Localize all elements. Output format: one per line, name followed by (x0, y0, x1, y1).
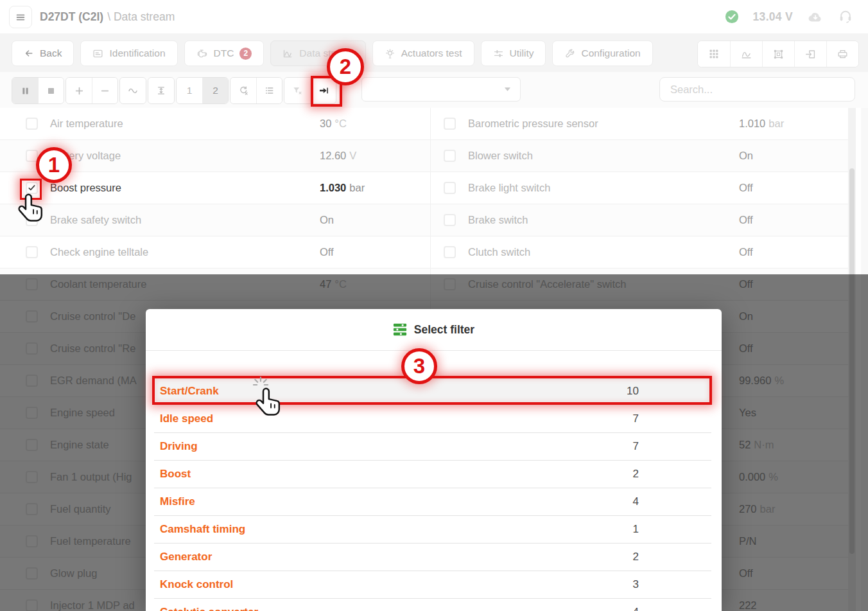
view-graph-button[interactable] (730, 41, 762, 67)
view-buttons-group (697, 40, 859, 67)
parameter-value-group: Off (739, 214, 753, 226)
zoom-in-button[interactable] (66, 78, 92, 103)
list-view-button[interactable] (256, 78, 282, 103)
row-checkbox[interactable] (444, 182, 456, 194)
parameter-value-group: 1.030bar (320, 182, 365, 194)
filter-option-count: 1 (633, 523, 639, 536)
row-checkbox[interactable] (26, 118, 38, 130)
stop-button[interactable] (38, 78, 64, 103)
filter-reset-button[interactable] (284, 78, 310, 103)
filter-option-label: Knock control (160, 578, 233, 591)
parameter-label: Clutch switch (468, 246, 739, 258)
filter-option-row[interactable]: Driving7 (154, 433, 711, 461)
hand-cursor-icon (256, 386, 284, 427)
filter-option-count: 7 (633, 412, 639, 425)
annotation-step-3: 3 (401, 348, 437, 384)
filter-clear-icon (292, 85, 302, 96)
parameter-label: Brake switch (468, 214, 739, 226)
row-checkbox[interactable] (26, 246, 38, 258)
parameter-row[interactable]: Air temperature30°C (0, 108, 430, 140)
filter-option-label: Boost (160, 468, 191, 481)
tab-label: Actuators test (401, 48, 462, 59)
filter-option-row[interactable]: Misfire4 (154, 488, 711, 516)
filter-option-label: Generator (160, 551, 212, 563)
text-height-button[interactable] (148, 78, 174, 103)
filter-list-icon (393, 323, 407, 337)
row-checkbox[interactable] (444, 214, 456, 226)
filter-option-row[interactable]: Camshaft timing1 (154, 516, 711, 544)
filter-option-label: Idle speed (160, 412, 213, 425)
breadcrumb-device: D27DT (C2I) (40, 10, 103, 24)
row-checkbox[interactable] (444, 118, 456, 130)
menu-button[interactable] (9, 6, 32, 28)
export-button[interactable] (794, 41, 826, 67)
parameter-value: Off (320, 246, 334, 258)
filter-option-row[interactable]: Generator2 (154, 544, 711, 571)
clear-refresh-button[interactable] (230, 78, 256, 103)
tab-dtc[interactable]: DTC2 (184, 40, 265, 66)
select-filter-modal: Select filter Start/Crank10Idle speed7Dr… (146, 309, 722, 611)
layout-1-button[interactable]: 1 (177, 78, 202, 103)
parameter-row[interactable]: Brake safety switchOn (0, 204, 430, 236)
select-area-button[interactable] (762, 41, 794, 67)
parameter-value: 1.010 (739, 118, 765, 129)
filter-option-row[interactable]: Catalytic converter4 (154, 599, 711, 611)
tab-configuration[interactable]: Configuration (552, 40, 652, 66)
plus-icon (74, 86, 84, 96)
parameter-row[interactable]: Brake switchOff (431, 204, 848, 236)
parameter-value-group: 30°C (320, 118, 347, 130)
print-button[interactable] (826, 41, 858, 67)
parameter-label: Blower switch (468, 150, 739, 162)
top-bar: D27DT (C2I) \ Data stream 13.04 V (0, 0, 868, 33)
tab-utility[interactable]: Utility (481, 40, 546, 66)
grid-icon (709, 49, 719, 59)
parameter-unit: bar (768, 118, 784, 129)
row-checkbox[interactable] (444, 246, 456, 258)
parameter-label: Boost pressure (50, 182, 320, 194)
nav-row: BackIdentificationDTC2Data streamActuato… (0, 33, 868, 72)
zoom-out-button[interactable] (92, 78, 117, 103)
toolbar-button-groups: 12 (12, 77, 336, 104)
parameter-row[interactable]: Brake light switchOff (431, 172, 848, 204)
filter-option-row[interactable]: Boost2 (154, 461, 711, 488)
layout-2-button[interactable]: 2 (202, 78, 228, 103)
dtc-count-badge: 2 (239, 48, 252, 60)
parameter-label: Air temperature (50, 118, 320, 130)
parameter-value-group: Off (739, 246, 753, 258)
parameter-value-group: 1.010bar (739, 118, 784, 130)
filter-option-row[interactable]: Knock control3 (154, 571, 711, 599)
parameter-row[interactable]: Check engine telltaleOff (0, 236, 430, 269)
list-icon (265, 85, 275, 96)
parameter-value: On (320, 214, 334, 226)
parameter-label: Check engine telltale (50, 246, 320, 258)
toolbar-group (230, 77, 282, 104)
chevron-down-icon (504, 87, 511, 92)
toolbar-group (119, 77, 146, 104)
parameter-row[interactable]: Blower switchOn (431, 140, 848, 172)
parameter-row[interactable]: Barometric pressure sensor1.010bar (431, 108, 848, 140)
view-grid-button[interactable] (698, 41, 730, 67)
parameter-unit: V (349, 150, 356, 161)
tab-identification[interactable]: Identification (80, 40, 177, 66)
sliders-icon (493, 48, 504, 59)
annotation-step-3-number: 3 (413, 354, 425, 378)
wave-view-button[interactable] (120, 78, 146, 103)
tab-actuators-test[interactable]: Actuators test (372, 40, 474, 66)
breadcrumb-page: \ Data stream (107, 10, 175, 24)
parameter-row[interactable]: Clutch switchOff (431, 236, 848, 269)
cloud-sync-icon[interactable] (807, 10, 824, 23)
row-checkbox[interactable] (444, 150, 456, 162)
toolbar-button-label: 1 (187, 85, 193, 96)
search-input[interactable] (660, 84, 855, 96)
pause-button[interactable] (12, 78, 38, 103)
toolbar-group (65, 77, 118, 104)
filter-option-row[interactable]: Idle speed7 (154, 405, 711, 433)
filter-option-label: Catalytic converter (160, 606, 258, 611)
parameter-label: Barometric pressure sensor (468, 118, 739, 130)
toolbar-dropdown[interactable] (361, 77, 521, 102)
tab-back[interactable]: Back (12, 40, 74, 66)
annotation-step-1: 1 (36, 147, 72, 183)
parameter-value: 30 (320, 118, 331, 129)
hand-cursor-icon (18, 192, 46, 233)
support-headset-icon[interactable] (838, 10, 853, 24)
